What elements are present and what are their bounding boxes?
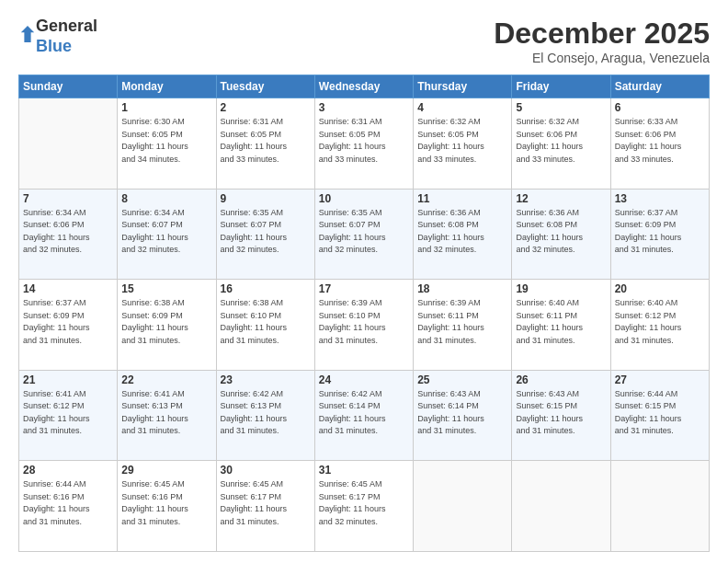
calendar-cell: 30Sunrise: 6:45 AMSunset: 6:17 PMDayligh… xyxy=(216,461,314,552)
day-number: 6 xyxy=(615,101,705,114)
day-number: 16 xyxy=(221,282,311,295)
location-title: El Consejo, Aragua, Venezuela xyxy=(494,51,710,65)
calendar-week-row: 1Sunrise: 6:30 AMSunset: 6:05 PMDaylight… xyxy=(19,98,710,190)
day-number: 25 xyxy=(417,373,507,386)
day-number: 14 xyxy=(23,282,113,295)
calendar-cell: 6Sunrise: 6:33 AMSunset: 6:06 PMDaylight… xyxy=(610,98,709,190)
day-info: Sunrise: 6:35 AMSunset: 6:07 PMDaylight:… xyxy=(221,207,311,257)
calendar-cell: 5Sunrise: 6:32 AMSunset: 6:06 PMDaylight… xyxy=(512,98,610,190)
calendar-cell: 2Sunrise: 6:31 AMSunset: 6:05 PMDaylight… xyxy=(216,98,314,190)
day-number: 1 xyxy=(121,101,211,114)
calendar-cell: 28Sunrise: 6:44 AMSunset: 6:16 PMDayligh… xyxy=(19,461,118,552)
weekday-header-wednesday: Wednesday xyxy=(314,75,413,98)
day-info: Sunrise: 6:42 AMSunset: 6:14 PMDaylight:… xyxy=(319,388,409,438)
day-number: 15 xyxy=(121,282,211,295)
day-info: Sunrise: 6:37 AMSunset: 6:09 PMDaylight:… xyxy=(23,297,113,347)
day-info: Sunrise: 6:37 AMSunset: 6:09 PMDaylight:… xyxy=(615,207,705,257)
weekday-header-row: SundayMondayTuesdayWednesdayThursdayFrid… xyxy=(19,75,710,98)
calendar-cell: 11Sunrise: 6:36 AMSunset: 6:08 PMDayligh… xyxy=(414,189,512,280)
day-info: Sunrise: 6:31 AMSunset: 6:05 PMDaylight:… xyxy=(319,116,409,166)
day-number: 28 xyxy=(23,464,113,477)
calendar-cell: 13Sunrise: 6:37 AMSunset: 6:09 PMDayligh… xyxy=(610,189,709,280)
calendar-cell: 22Sunrise: 6:41 AMSunset: 6:13 PMDayligh… xyxy=(118,370,216,461)
calendar-cell: 7Sunrise: 6:34 AMSunset: 6:06 PMDaylight… xyxy=(19,189,118,280)
calendar-cell xyxy=(19,98,118,190)
day-number: 4 xyxy=(417,101,507,114)
calendar-cell: 12Sunrise: 6:36 AMSunset: 6:08 PMDayligh… xyxy=(512,189,610,280)
day-number: 12 xyxy=(516,192,606,205)
day-info: Sunrise: 6:38 AMSunset: 6:10 PMDaylight:… xyxy=(221,297,311,347)
calendar-cell: 24Sunrise: 6:42 AMSunset: 6:14 PMDayligh… xyxy=(314,370,413,461)
day-info: Sunrise: 6:45 AMSunset: 6:17 PMDaylight:… xyxy=(221,478,311,528)
weekday-header-sunday: Sunday xyxy=(19,75,118,98)
calendar-week-row: 7Sunrise: 6:34 AMSunset: 6:06 PMDaylight… xyxy=(19,189,710,280)
day-number: 13 xyxy=(615,192,705,205)
day-info: Sunrise: 6:36 AMSunset: 6:08 PMDaylight:… xyxy=(516,207,606,257)
day-info: Sunrise: 6:38 AMSunset: 6:09 PMDaylight:… xyxy=(121,297,211,347)
calendar-week-row: 28Sunrise: 6:44 AMSunset: 6:16 PMDayligh… xyxy=(19,461,710,552)
day-info: Sunrise: 6:41 AMSunset: 6:12 PMDaylight:… xyxy=(23,388,113,438)
day-info: Sunrise: 6:34 AMSunset: 6:06 PMDaylight:… xyxy=(23,207,113,257)
calendar-cell: 25Sunrise: 6:43 AMSunset: 6:14 PMDayligh… xyxy=(414,370,512,461)
logo-text: General Blue xyxy=(36,17,97,56)
day-info: Sunrise: 6:39 AMSunset: 6:10 PMDaylight:… xyxy=(319,297,409,347)
weekday-header-friday: Friday xyxy=(512,75,610,98)
calendar-cell: 15Sunrise: 6:38 AMSunset: 6:09 PMDayligh… xyxy=(118,280,216,371)
day-info: Sunrise: 6:30 AMSunset: 6:05 PMDaylight:… xyxy=(121,116,211,166)
day-number: 2 xyxy=(221,101,311,114)
day-number: 20 xyxy=(615,282,705,295)
logo-general: General xyxy=(36,17,97,35)
calendar-cell: 1Sunrise: 6:30 AMSunset: 6:05 PMDaylight… xyxy=(118,98,216,190)
day-number: 8 xyxy=(121,192,211,205)
day-number: 31 xyxy=(319,464,409,477)
day-info: Sunrise: 6:44 AMSunset: 6:15 PMDaylight:… xyxy=(615,388,705,438)
page: General Blue December 2025 El Consejo, A… xyxy=(0,0,728,563)
weekday-header-saturday: Saturday xyxy=(610,75,709,98)
calendar-cell xyxy=(512,461,610,552)
calendar-cell: 21Sunrise: 6:41 AMSunset: 6:12 PMDayligh… xyxy=(19,370,118,461)
calendar-cell xyxy=(414,461,512,552)
calendar-table: SundayMondayTuesdayWednesdayThursdayFrid… xyxy=(18,75,710,552)
day-info: Sunrise: 6:43 AMSunset: 6:15 PMDaylight:… xyxy=(516,388,606,438)
calendar-cell: 18Sunrise: 6:39 AMSunset: 6:11 PMDayligh… xyxy=(414,280,512,371)
month-title: December 2025 xyxy=(494,17,710,51)
day-info: Sunrise: 6:36 AMSunset: 6:08 PMDaylight:… xyxy=(417,207,507,257)
calendar-cell: 3Sunrise: 6:31 AMSunset: 6:05 PMDaylight… xyxy=(314,98,413,190)
day-info: Sunrise: 6:33 AMSunset: 6:06 PMDaylight:… xyxy=(615,116,705,166)
calendar-cell: 29Sunrise: 6:45 AMSunset: 6:16 PMDayligh… xyxy=(118,461,216,552)
svg-marker-0 xyxy=(21,26,34,42)
day-info: Sunrise: 6:35 AMSunset: 6:07 PMDaylight:… xyxy=(319,207,409,257)
day-info: Sunrise: 6:41 AMSunset: 6:13 PMDaylight:… xyxy=(121,388,211,438)
day-info: Sunrise: 6:45 AMSunset: 6:17 PMDaylight:… xyxy=(319,478,409,528)
calendar-week-row: 14Sunrise: 6:37 AMSunset: 6:09 PMDayligh… xyxy=(19,280,710,371)
day-number: 29 xyxy=(121,464,211,477)
day-number: 26 xyxy=(516,373,606,386)
weekday-header-tuesday: Tuesday xyxy=(216,75,314,98)
day-number: 27 xyxy=(615,373,705,386)
logo-blue: Blue xyxy=(36,37,72,55)
calendar-cell xyxy=(610,461,709,552)
day-info: Sunrise: 6:44 AMSunset: 6:16 PMDaylight:… xyxy=(23,478,113,528)
day-number: 30 xyxy=(221,464,311,477)
day-info: Sunrise: 6:34 AMSunset: 6:07 PMDaylight:… xyxy=(121,207,211,257)
day-number: 9 xyxy=(221,192,311,205)
day-info: Sunrise: 6:40 AMSunset: 6:11 PMDaylight:… xyxy=(516,297,606,347)
day-number: 5 xyxy=(516,101,606,114)
weekday-header-monday: Monday xyxy=(118,75,216,98)
calendar-cell: 20Sunrise: 6:40 AMSunset: 6:12 PMDayligh… xyxy=(610,280,709,371)
day-info: Sunrise: 6:45 AMSunset: 6:16 PMDaylight:… xyxy=(121,478,211,528)
calendar-cell: 8Sunrise: 6:34 AMSunset: 6:07 PMDaylight… xyxy=(118,189,216,280)
day-number: 23 xyxy=(221,373,311,386)
day-number: 22 xyxy=(121,373,211,386)
day-number: 19 xyxy=(516,282,606,295)
day-info: Sunrise: 6:40 AMSunset: 6:12 PMDaylight:… xyxy=(615,297,705,347)
day-number: 10 xyxy=(319,192,409,205)
logo: General Blue xyxy=(18,17,97,56)
day-number: 3 xyxy=(319,101,409,114)
calendar-cell: 31Sunrise: 6:45 AMSunset: 6:17 PMDayligh… xyxy=(314,461,413,552)
title-block: December 2025 El Consejo, Aragua, Venezu… xyxy=(494,17,710,65)
day-info: Sunrise: 6:43 AMSunset: 6:14 PMDaylight:… xyxy=(417,388,507,438)
day-info: Sunrise: 6:31 AMSunset: 6:05 PMDaylight:… xyxy=(221,116,311,166)
day-info: Sunrise: 6:42 AMSunset: 6:13 PMDaylight:… xyxy=(221,388,311,438)
calendar-cell: 16Sunrise: 6:38 AMSunset: 6:10 PMDayligh… xyxy=(216,280,314,371)
